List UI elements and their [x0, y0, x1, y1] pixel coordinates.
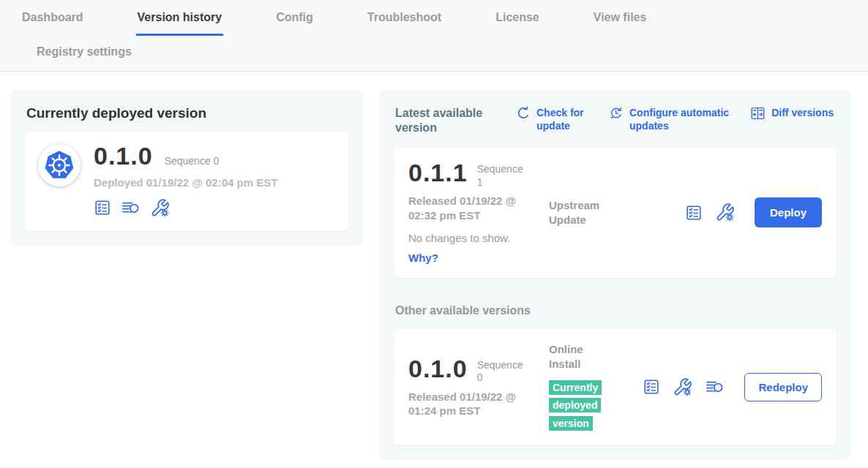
released-timestamp: Released 01/19/22 @ 01:24 pm EST — [408, 390, 533, 418]
app-logo — [38, 144, 81, 186]
schedule-icon — [608, 105, 624, 121]
deployed-version-card: 0.1.0 Sequence 0 Deployed 01/19/22 @ 02:… — [25, 132, 348, 231]
latest-version-details: 0.1.1 Sequence 1 Released 01/19/22 @ 02:… — [408, 160, 549, 265]
refresh-icon — [515, 105, 531, 121]
version-number: 0.1.0 — [94, 143, 153, 170]
latest-available-title: Latest available version — [395, 106, 498, 135]
sequence-label: Sequence 0 — [165, 155, 220, 167]
config-wrench-icon[interactable] — [150, 198, 170, 218]
nav-tabs-row-2: Registry settings — [20, 36, 868, 71]
tab-view-files[interactable]: View files — [592, 11, 648, 36]
tab-registry-settings[interactable]: Registry settings — [35, 45, 133, 67]
available-versions-panel: Latest available version Check for updat… — [379, 90, 851, 460]
deployed-version-details: 0.1.0 Sequence 0 Deployed 01/19/22 @ 02:… — [94, 143, 277, 218]
changes-note: No changes to show. — [408, 232, 549, 244]
why-link[interactable]: Why? — [408, 252, 438, 264]
version-source: Online Install Currently deployed versio… — [549, 342, 637, 432]
config-wrench-icon[interactable] — [673, 377, 692, 397]
deploy-button[interactable]: Deploy — [755, 197, 822, 227]
deploy-logs-icon[interactable] — [121, 198, 141, 218]
deploy-logs-icon[interactable] — [705, 377, 725, 397]
config-wrench-icon[interactable] — [715, 203, 735, 222]
redeploy-button[interactable]: Redeploy — [744, 373, 822, 401]
version-history-page: Currently deployed version 0.1.0 Sequenc… — [0, 72, 868, 460]
app-nav: Dashboard Version history Config Trouble… — [0, 0, 868, 72]
currently-deployed-badge: Currently deployed version — [549, 380, 602, 431]
released-timestamp: Released 01/19/22 @ 02:32 pm EST — [408, 194, 533, 222]
version-source: Upstream Update — [549, 198, 637, 227]
app-window: Dashboard Version history Config Trouble… — [0, 0, 868, 468]
deployed-timestamp: Deployed 01/19/22 @ 02:04 pm EST — [94, 176, 277, 189]
available-versions-header: Latest available version Check for updat… — [394, 105, 837, 135]
latest-version-actions: Deploy — [685, 197, 822, 227]
nav-tabs-row-1: Dashboard Version history Config Trouble… — [20, 11, 868, 36]
tab-version-history[interactable]: Version history — [136, 11, 224, 36]
version-number: 0.1.0 — [408, 356, 468, 382]
tab-dashboard[interactable]: Dashboard — [20, 11, 85, 36]
preflight-checklist-icon[interactable] — [685, 204, 703, 222]
version-number: 0.1.1 — [408, 160, 468, 186]
latest-version-card: 0.1.1 Sequence 1 Released 01/19/22 @ 02:… — [394, 147, 837, 278]
diff-versions-link[interactable]: Diff versions — [750, 107, 834, 121]
check-for-update-link[interactable]: Check for update — [515, 107, 591, 132]
currently-deployed-title: Currently deployed version — [26, 105, 348, 121]
status-badge-wrap: Currently deployed version — [549, 379, 605, 432]
tab-troubleshoot[interactable]: Troubleshoot — [366, 11, 443, 36]
configure-automatic-updates-link[interactable]: Configure automatic updates — [608, 107, 745, 132]
preflight-checklist-icon[interactable] — [94, 199, 111, 216]
other-version-details: 0.1.0 Sequence 0 Released 01/19/22 @ 01:… — [408, 356, 549, 418]
kubernetes-icon — [42, 148, 76, 182]
other-versions-heading: Other available versions — [395, 304, 837, 317]
other-version-actions: Redeploy — [643, 373, 822, 401]
preflight-checklist-icon[interactable] — [643, 378, 660, 396]
tab-license[interactable]: License — [494, 11, 541, 36]
sequence-label: Sequence 1 — [477, 163, 525, 189]
other-version-card: 0.1.0 Sequence 0 Released 01/19/22 @ 01:… — [394, 329, 837, 445]
tab-config[interactable]: Config — [274, 11, 315, 36]
currently-deployed-panel: Currently deployed version 0.1.0 Sequenc… — [10, 90, 363, 246]
diff-icon — [750, 105, 766, 121]
version-action-icons — [94, 198, 277, 218]
sequence-label: Sequence 0 — [477, 359, 525, 385]
